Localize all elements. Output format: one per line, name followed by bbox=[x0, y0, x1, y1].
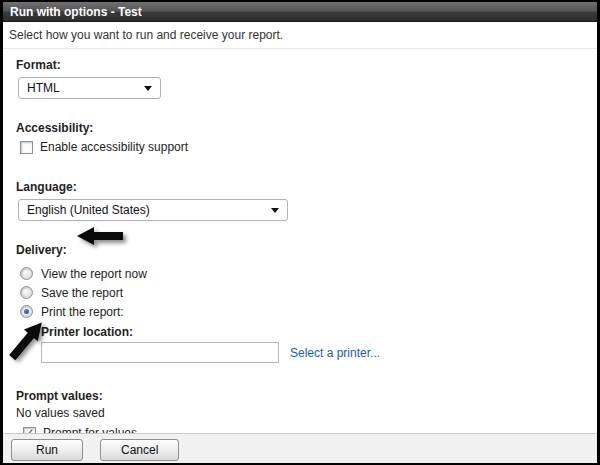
format-dropdown[interactable]: HTML bbox=[18, 77, 161, 99]
language-dropdown[interactable]: English (United States) bbox=[18, 199, 288, 221]
accessibility-checkbox[interactable] bbox=[20, 141, 33, 154]
up-right-arrow-icon bbox=[3, 308, 51, 366]
run-with-options-dialog: Run with options - Test Select how you w… bbox=[0, 0, 600, 465]
language-label: Language: bbox=[16, 180, 597, 195]
left-arrow-icon bbox=[76, 226, 126, 246]
accessibility-label: Accessibility: bbox=[16, 121, 597, 136]
chevron-down-icon bbox=[271, 208, 279, 213]
dialog-content: Format: HTML Accessibility: Enable acces… bbox=[3, 58, 597, 440]
accessibility-checkbox-label: Enable accessibility support bbox=[40, 140, 188, 154]
language-dropdown-value: English (United States) bbox=[27, 203, 150, 217]
cancel-button[interactable]: Cancel bbox=[100, 439, 179, 461]
printer-location-block: Printer location: Select a printer... bbox=[41, 325, 597, 363]
dialog-footer: Run Cancel bbox=[3, 433, 597, 463]
printer-location-label: Printer location: bbox=[41, 325, 597, 340]
format-dropdown-value: HTML bbox=[27, 81, 60, 95]
prompt-values-status: No values saved bbox=[16, 406, 597, 421]
radio-button[interactable] bbox=[20, 267, 33, 280]
prompt-values-label: Prompt values: bbox=[16, 389, 597, 404]
radio-button[interactable] bbox=[20, 286, 33, 299]
chevron-down-icon bbox=[144, 86, 152, 91]
run-button[interactable]: Run bbox=[11, 439, 83, 461]
radio-view-report-now[interactable]: View the report now bbox=[20, 264, 597, 283]
radio-label: Save the report bbox=[41, 286, 123, 300]
radio-label: Print the report: bbox=[41, 305, 124, 319]
accessibility-checkbox-row[interactable]: Enable accessibility support bbox=[20, 140, 597, 154]
radio-print-report[interactable]: Print the report: bbox=[20, 302, 597, 321]
dialog-title: Run with options - Test bbox=[3, 2, 597, 22]
printer-location-input[interactable] bbox=[41, 342, 279, 363]
dialog-subtitle: Select how you want to run and receive y… bbox=[3, 22, 597, 49]
format-label: Format: bbox=[16, 58, 597, 73]
radio-label: View the report now bbox=[41, 267, 147, 281]
delivery-options: View the report now Save the report Prin… bbox=[20, 264, 597, 321]
select-a-printer-link[interactable]: Select a printer... bbox=[290, 346, 380, 360]
radio-save-report[interactable]: Save the report bbox=[20, 283, 597, 302]
